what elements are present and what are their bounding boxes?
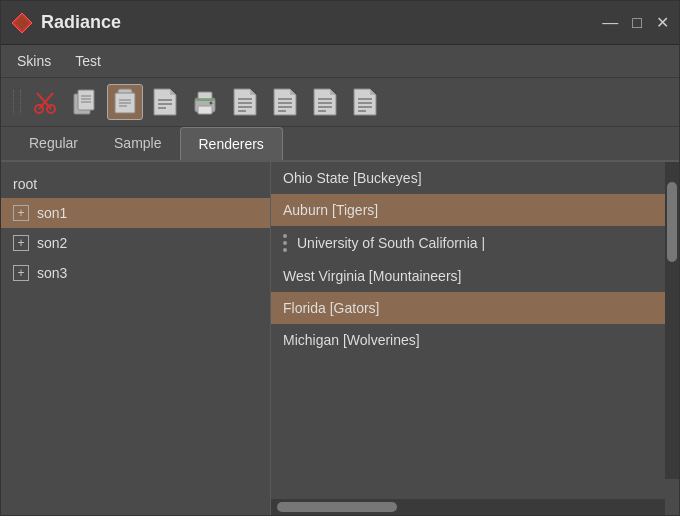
svg-rect-25 <box>198 106 212 114</box>
tree-expand-son1[interactable]: + <box>13 205 29 221</box>
title-bar: Radiance — □ ✕ <box>1 1 679 45</box>
list-scroll-area[interactable]: Ohio State [Buckeyes] Auburn [Tigers] Un… <box>271 162 679 499</box>
close-button[interactable]: ✕ <box>656 15 669 31</box>
doc4-button[interactable] <box>307 84 343 120</box>
tree-item-son3[interactable]: + son3 <box>1 258 270 288</box>
window-controls: — □ ✕ <box>602 15 669 31</box>
svg-line-7 <box>45 93 53 102</box>
printer-button[interactable] <box>187 84 223 120</box>
svg-line-6 <box>37 93 45 102</box>
menu-skins[interactable]: Skins <box>13 51 55 71</box>
tab-sample[interactable]: Sample <box>96 127 179 160</box>
tree-label-son3: son3 <box>37 265 67 281</box>
list-panel: Ohio State [Buckeyes] Auburn [Tigers] Un… <box>271 162 679 515</box>
tree-root-label: root <box>1 170 270 198</box>
title-bar-left: Radiance <box>11 12 121 34</box>
tab-renderers[interactable]: Renderers <box>180 127 283 160</box>
vertical-scrollbar-track[interactable] <box>665 162 679 479</box>
list-item-2[interactable]: University of South California | <box>271 226 679 260</box>
maximize-button[interactable]: □ <box>632 15 642 31</box>
doc3-button[interactable] <box>267 84 303 120</box>
toolbar-separator <box>13 90 21 114</box>
tree-label-son2: son2 <box>37 235 67 251</box>
tab-bar: Regular Sample Renderers <box>1 127 679 162</box>
menu-test[interactable]: Test <box>71 51 105 71</box>
toolbar <box>1 78 679 127</box>
list-item-4[interactable]: Florida [Gators] <box>271 292 679 324</box>
copy-button[interactable] <box>67 84 103 120</box>
tree-expand-son2[interactable]: + <box>13 235 29 251</box>
horizontal-scrollbar-track[interactable] <box>271 499 665 515</box>
menu-bar: Skins Test <box>1 45 679 78</box>
list-item-1[interactable]: Auburn [Tigers] <box>271 194 679 226</box>
tree-panel: root + son1 + son2 + son3 <box>1 162 271 515</box>
tree-label-son1: son1 <box>37 205 67 221</box>
content-area: root + son1 + son2 + son3 Ohio State [Bu… <box>1 162 679 515</box>
svg-rect-27 <box>195 98 215 101</box>
cut-button[interactable] <box>27 84 63 120</box>
tree-expand-son3[interactable]: + <box>13 265 29 281</box>
svg-point-26 <box>210 102 213 105</box>
list-item-3[interactable]: West Virginia [Mountaineers] <box>271 260 679 292</box>
vertical-scrollbar-thumb[interactable] <box>667 182 677 262</box>
app-title: Radiance <box>41 12 121 33</box>
list-item-5[interactable]: Michigan [Wolverines] <box>271 324 679 356</box>
doc5-button[interactable] <box>347 84 383 120</box>
minimize-button[interactable]: — <box>602 15 618 31</box>
tree-item-son2[interactable]: + son2 <box>1 228 270 258</box>
paste-button[interactable] <box>107 84 143 120</box>
main-window: Radiance — □ ✕ Skins Test <box>0 0 680 516</box>
list-item-0[interactable]: Ohio State [Buckeyes] <box>271 162 679 194</box>
svg-rect-9 <box>78 90 94 110</box>
doc1-button[interactable] <box>147 84 183 120</box>
doc2-button[interactable] <box>227 84 263 120</box>
horizontal-scrollbar-thumb[interactable] <box>277 502 397 512</box>
tab-regular[interactable]: Regular <box>11 127 96 160</box>
tree-item-son1[interactable]: + son1 <box>1 198 270 228</box>
app-icon <box>11 12 33 34</box>
